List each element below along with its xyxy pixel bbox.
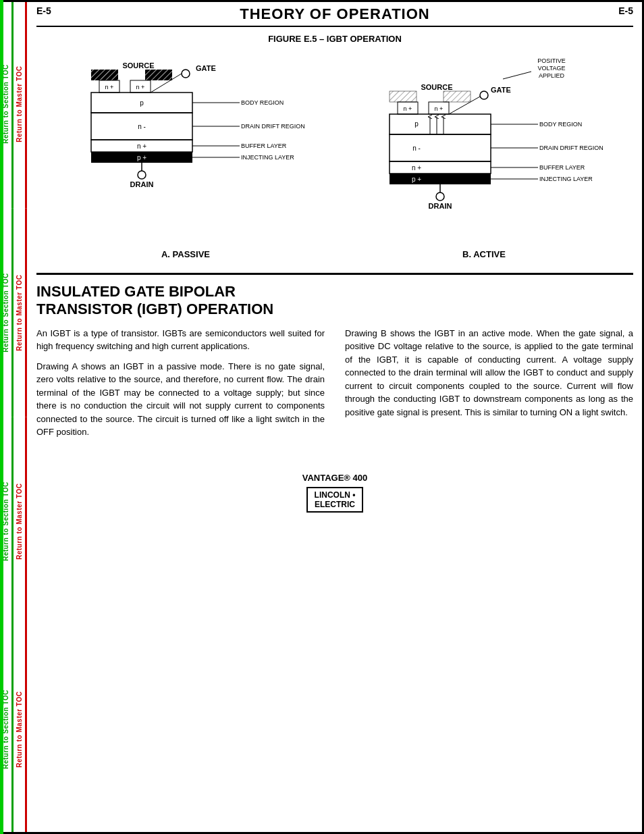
main-content: E-5 THEORY OF OPERATION E-5 FIGURE E.5 –… — [28, 0, 641, 518]
svg-rect-3 — [91, 70, 118, 80]
svg-text:p: p — [140, 99, 144, 107]
lincoln-dot: • — [352, 490, 355, 500]
svg-text:DRAIN: DRAIN — [130, 180, 154, 188]
col2-para1: Drawing B shows the IGBT in an active mo… — [345, 327, 633, 419]
svg-text:BODY REGION: BODY REGION — [241, 99, 284, 106]
return-master-toc-4[interactable]: Return to Master TOC — [14, 625, 27, 834]
text-col-1: An IGBT is a type of transistor. IGBTs a… — [36, 327, 325, 446]
svg-text:n +: n + — [412, 164, 421, 172]
svg-text:DRAIN DRIFT REGION: DRAIN DRIFT REGION — [539, 145, 603, 151]
svg-point-9 — [182, 70, 190, 78]
return-master-toc-3[interactable]: Return to Master TOC — [14, 417, 27, 626]
figure-title: FIGURE E.5 – IGBT OPERATION — [36, 34, 633, 44]
svg-text:SOURCE: SOURCE — [122, 61, 154, 70]
svg-point-28 — [138, 171, 146, 179]
text-section: INSULATED GATE BIPOLAR TRANSISTOR (IGBT)… — [36, 273, 633, 446]
col1-para1: An IGBT is a type of transistor. IGBTs a… — [36, 327, 325, 353]
svg-line-36 — [503, 72, 531, 79]
diagram-passive: SOURCE n + n + GATE p — [44, 55, 327, 259]
diagrams-row: SOURCE n + n + GATE p — [36, 55, 633, 259]
svg-text:POSITIVE: POSITIVE — [537, 57, 566, 64]
svg-text:VOLTAGE: VOLTAGE — [537, 65, 565, 72]
diagram-active: POSITIVE VOLTAGE APPLIED SOURCE n + n + … — [342, 55, 626, 259]
active-label: B. ACTIVE — [462, 249, 506, 259]
svg-text:p: p — [414, 120, 419, 128]
lincoln-electric: ELECTRIC — [315, 500, 355, 509]
svg-text:n +: n + — [136, 84, 145, 90]
svg-text:GATE: GATE — [196, 64, 216, 72]
igbt-passive-svg: SOURCE n + n + GATE p — [51, 55, 321, 244]
svg-rect-4 — [145, 70, 172, 80]
passive-label: A. PASSIVE — [161, 249, 210, 259]
svg-point-44 — [480, 91, 488, 99]
lincoln-name: LINCOLN • — [315, 490, 356, 500]
svg-text:n +: n + — [435, 105, 444, 112]
return-master-toc-1[interactable]: Return to Master TOC — [14, 0, 27, 209]
svg-text:BODY REGION: BODY REGION — [539, 121, 582, 128]
svg-text:n -: n - — [412, 145, 421, 152]
svg-text:INJECTING LAYER: INJECTING LAYER — [241, 154, 294, 161]
svg-text:SOURCE: SOURCE — [421, 83, 452, 91]
page-number-left: E-5 — [36, 5, 51, 16]
svg-rect-54 — [390, 134, 491, 161]
svg-text:n +: n + — [137, 142, 146, 150]
svg-text:BUFFER LAYER: BUFFER LAYER — [241, 142, 287, 149]
svg-text:DRAIN: DRAIN — [429, 202, 452, 210]
svg-text:INJECTING LAYER: INJECTING LAYER — [539, 176, 593, 182]
page-footer: VANTAGE® 400 LINCOLN • ELECTRIC — [36, 466, 633, 513]
section-heading: INSULATED GATE BIPOLAR TRANSISTOR (IGBT)… — [36, 283, 633, 319]
side-nav-group-2: Return to Section TOC Return to Master T… — [0, 209, 27, 417]
svg-point-66 — [436, 192, 444, 201]
page-number-right: E-5 — [618, 5, 633, 16]
col1-para2: Drawing A shows an IGBT in a passive mod… — [36, 360, 325, 439]
svg-text:n -: n - — [138, 123, 146, 130]
side-nav-group-4: Return to Section TOC Return to Master T… — [0, 625, 27, 834]
side-nav-group-3: Return to Section TOC Return to Master T… — [0, 417, 27, 626]
svg-text:DRAIN DRIFT REGION: DRAIN DRIFT REGION — [241, 123, 305, 130]
footer-product: VANTAGE® 400 — [36, 473, 633, 483]
svg-rect-58 — [390, 161, 491, 174]
page-header: E-5 THEORY OF OPERATION E-5 — [36, 5, 633, 27]
return-master-toc-2[interactable]: Return to Master TOC — [14, 209, 27, 417]
igbt-active-svg: POSITIVE VOLTAGE APPLIED SOURCE n + n + … — [349, 55, 619, 244]
green-border — [0, 0, 3, 834]
side-nav-group-1: Return to Section TOC Return to Master T… — [0, 0, 27, 209]
svg-text:p +: p + — [412, 176, 421, 183]
side-navigation: Return to Section TOC Return to Master T… — [0, 0, 27, 834]
svg-text:n +: n + — [105, 84, 114, 90]
svg-text:p +: p + — [137, 154, 146, 161]
svg-rect-38 — [390, 91, 417, 102]
text-col-2: Drawing B shows the IGBT in an active mo… — [345, 327, 633, 446]
svg-text:BUFFER LAYER: BUFFER LAYER — [539, 164, 585, 171]
svg-text:GATE: GATE — [491, 86, 511, 94]
svg-text:n +: n + — [404, 105, 412, 112]
svg-rect-39 — [444, 91, 471, 102]
svg-text:APPLIED: APPLIED — [539, 72, 565, 79]
text-columns: An IGBT is a type of transistor. IGBTs a… — [36, 327, 633, 446]
svg-rect-47 — [390, 114, 491, 134]
page-title: THEORY OF OPERATION — [51, 5, 618, 23]
lincoln-logo: LINCOLN • ELECTRIC — [306, 487, 364, 513]
svg-rect-62 — [390, 174, 491, 184]
